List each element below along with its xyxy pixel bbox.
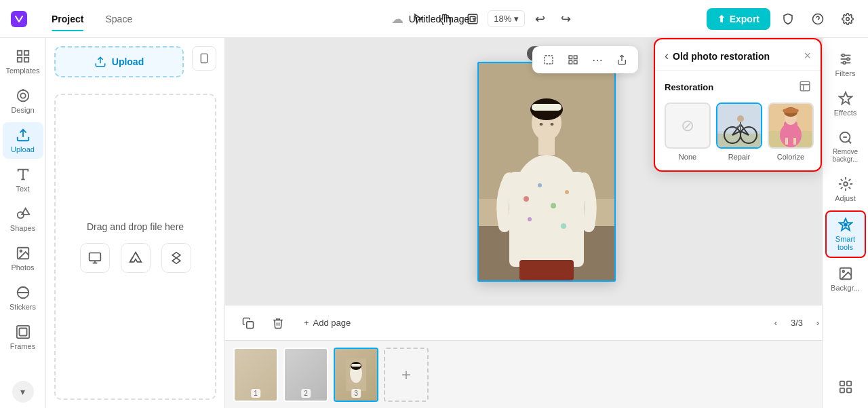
sidebar-item-photos-label: Photos [11,263,34,272]
svg-point-66 [843,62,846,64]
sidebar-item-extra[interactable] [825,374,866,400]
frame-select-btn[interactable] [538,49,559,71]
sidebar-item-background[interactable]: Backgr... [825,261,866,297]
svg-rect-32 [574,60,577,64]
shield-icon-btn[interactable] [776,7,800,31]
svg-point-43 [565,190,569,194]
sidebar-item-photos[interactable]: Photos [3,240,43,277]
share-btn[interactable] [611,49,633,71]
close-icon: × [804,49,811,63]
panel-header: Upload [54,46,216,86]
export-upload-icon: ⬆ [717,14,726,24]
restoration-option-repair[interactable]: Repair [716,103,762,161]
doc-title[interactable]: Untitled image ▾ [409,14,477,24]
grid-view-btn[interactable] [562,49,584,71]
restoration-option-none[interactable]: ⊘ None [665,103,711,161]
svg-rect-33 [569,60,572,64]
delete-page-btn[interactable] [266,311,290,335]
sidebar-item-remove-bg[interactable]: Remove backgr... [825,125,866,168]
thumbnail-2[interactable]: 2 [283,348,328,402]
sidebar-item-effects[interactable]: Effects [825,86,866,122]
upload-btn[interactable]: Upload [54,46,184,77]
export-button[interactable]: ⬆ Export [707,8,770,30]
settings-icon-btn[interactable] [835,7,860,31]
effects-label: Effects [834,109,856,117]
sidebar-more-btn[interactable]: ▾ [12,381,34,403]
sidebar-item-text-label: Text [16,185,29,193]
drag-drop-text: Drag and drop file here [87,221,184,232]
svg-rect-79 [800,81,810,91]
more-btn[interactable]: ⋯ [587,49,608,71]
page-navigation: ‹ 3/3 › [766,314,827,333]
sidebar-item-design[interactable]: Design [3,83,43,119]
add-page-thumbnail-btn[interactable]: + [384,348,429,402]
cloud-icon: ☁ [391,12,403,26]
svg-point-19 [20,250,22,252]
restoration-info-btn[interactable] [799,80,811,94]
svg-marker-17 [22,208,29,215]
svg-point-41 [538,183,542,187]
svg-rect-60 [351,364,361,367]
upload-panel: Upload Drag and drop file here [46,38,225,408]
zoom-dropdown-icon: ▾ [514,14,519,24]
sidebar-item-templates[interactable]: Templates [3,43,43,80]
undo-btn[interactable]: ↩ [528,7,552,31]
prev-page-btn[interactable]: ‹ [766,314,785,333]
svg-rect-9 [17,58,21,62]
close-restoration-btn[interactable]: × [804,49,811,63]
svg-line-69 [848,141,851,143]
thumbnail-1[interactable]: 1 [233,348,278,402]
redo-btn[interactable]: ↪ [553,7,578,31]
svg-marker-67 [839,92,851,104]
sidebar-item-design-label: Design [11,106,34,114]
doc-title-dropdown-icon: ▾ [472,14,477,24]
sidebar-item-upload[interactable]: Upload [3,122,43,159]
sidebar-item-frames-label: Frames [10,342,35,350]
restoration-title: Old photo restoration [673,51,800,62]
canvas-floating-toolbar: ⋯ [532,46,638,73]
tab-space[interactable]: Space [94,8,143,30]
svg-point-44 [528,217,532,221]
dropbox-btn[interactable] [161,243,191,273]
google-drive-btn[interactable] [121,243,151,273]
logo[interactable] [8,8,30,30]
svg-point-74 [842,270,844,272]
none-label: None [679,153,696,161]
sidebar-item-text[interactable]: Text [3,162,43,198]
repair-label: Repair [728,153,750,161]
svg-point-51 [540,123,543,126]
add-page-btn[interactable]: + Add page [296,314,359,332]
help-icon-btn[interactable] [806,7,830,31]
sidebar-item-shapes[interactable]: Shapes [3,201,43,238]
thumbnail-3[interactable]: 3 [334,348,378,402]
section-label-row: Restoration [665,80,811,94]
sidebar-item-filters[interactable]: Filters [825,46,866,83]
copy-page-btn[interactable] [236,311,260,335]
sidebar-item-frames[interactable]: Frames [3,319,43,356]
add-page-label: Add page [313,318,351,328]
zoom-control[interactable]: 18% ▾ [488,10,525,27]
svg-point-45 [561,223,566,229]
svg-rect-46 [519,260,574,280]
phone-upload-btn[interactable] [192,46,216,71]
remove-bg-label: Remove backgr... [828,148,863,163]
svg-point-5 [846,17,850,20]
sidebar-item-stickers-label: Stickers [9,303,36,311]
thumbnail-1-label: 1 [251,389,260,398]
svg-point-64 [842,54,844,57]
svg-rect-22 [19,329,26,336]
restoration-option-colorize[interactable]: Colorize [768,103,814,161]
sidebar-item-smart-tools[interactable]: Smart tools [825,210,866,258]
left-sidebar: Templates Design Upload Text Shapes Phot… [0,38,46,408]
back-btn[interactable]: ‹ [665,49,669,63]
sidebar-item-stickers[interactable]: Stickers [3,280,43,316]
svg-point-72 [844,223,847,226]
colorize-thumb [768,103,814,149]
monitor-upload-btn[interactable] [80,243,110,273]
drag-drop-area[interactable]: Drag and drop file here [54,94,216,400]
thumbnail-strip: 1 2 3 + [225,340,868,408]
sidebar-item-adjust[interactable]: Adjust [825,171,866,208]
image-frame[interactable] [477,62,616,282]
undo-redo-group: ↩ ↪ [528,7,578,31]
tab-project[interactable]: Project [41,8,94,30]
